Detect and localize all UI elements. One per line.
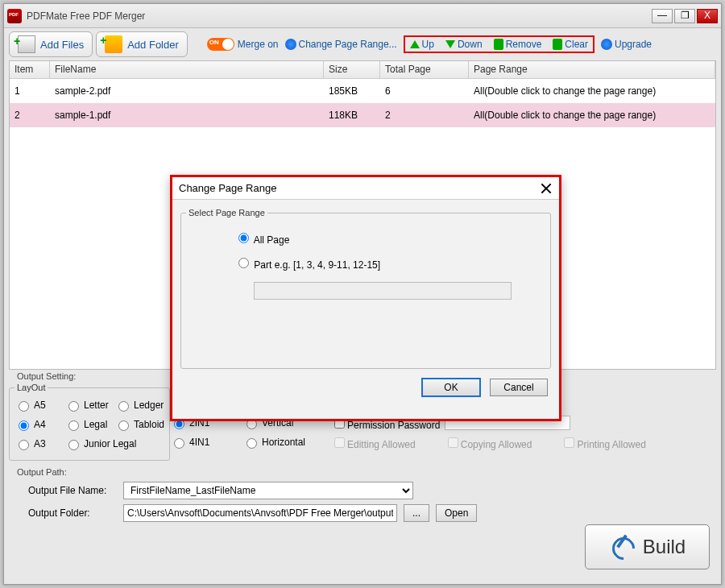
radio-a4[interactable]: A4 bbox=[14, 418, 61, 431]
layout-legend: LayOut bbox=[14, 383, 48, 392]
move-up-button[interactable]: Up bbox=[407, 39, 437, 50]
output-folder-label: Output Folder: bbox=[28, 507, 117, 519]
dialog-ok-button[interactable]: OK bbox=[422, 379, 480, 396]
check-editing: Editting Allowed bbox=[331, 435, 416, 450]
radio-letter[interactable]: Letter bbox=[64, 399, 111, 412]
add-files-label: Add Files bbox=[40, 39, 84, 51]
add-folder-button[interactable]: Add Folder bbox=[96, 31, 188, 57]
radio-all-page[interactable]: All Page bbox=[234, 230, 289, 246]
build-icon bbox=[609, 534, 635, 560]
radio-a3[interactable]: A3 bbox=[14, 437, 61, 450]
table-row[interactable]: 1 sample-2.pdf 185KB 6 All(Double click … bbox=[10, 79, 715, 103]
check-printing: Printing Allowed bbox=[561, 435, 645, 450]
radio-legal[interactable]: Legal bbox=[64, 418, 111, 431]
build-button[interactable]: Build bbox=[585, 524, 710, 569]
radio-horizontal[interactable]: Horizontal bbox=[242, 436, 305, 449]
arrow-down-icon bbox=[445, 40, 455, 48]
main-window: PDFMate Free PDF Merger — ❐ X Add Files … bbox=[3, 3, 722, 585]
wrench-icon bbox=[285, 39, 296, 50]
dialog-titlebar[interactable]: Change Page Range bbox=[172, 177, 559, 200]
add-files-icon bbox=[18, 35, 35, 53]
dialog-title: Change Page Range bbox=[179, 182, 540, 194]
dialog-cancel-button[interactable]: Cancel bbox=[490, 379, 548, 396]
upgrade-button[interactable]: Upgrade bbox=[598, 39, 655, 50]
dialog-close-button[interactable] bbox=[540, 182, 553, 195]
radio-a5[interactable]: A5 bbox=[14, 399, 61, 412]
layout-group: LayOut A5 Letter Ledger A4 Legal Tabloid… bbox=[9, 383, 170, 461]
titlebar[interactable]: PDFMate Free PDF Merger — ❐ X bbox=[4, 4, 721, 28]
app-title: PDFMate Free PDF Merger bbox=[27, 10, 650, 22]
trash-icon bbox=[553, 39, 562, 50]
check-copying: Copying Allowed bbox=[445, 435, 532, 450]
part-range-input bbox=[254, 282, 512, 300]
remove-button[interactable]: Remove bbox=[491, 39, 545, 50]
close-button[interactable]: X bbox=[697, 9, 718, 23]
output-folder-input[interactable] bbox=[123, 504, 397, 522]
merge-toggle-label: Merge on bbox=[238, 39, 279, 50]
build-label: Build bbox=[643, 536, 686, 558]
merge-toggle[interactable]: ON Merge on bbox=[207, 38, 279, 51]
table-header: Item FileName Size Total Page Page Range bbox=[10, 61, 715, 79]
highlight-box: Up Down Remove Clear bbox=[404, 35, 594, 53]
clear-button[interactable]: Clear bbox=[549, 39, 591, 50]
add-folder-icon bbox=[105, 35, 122, 53]
minimize-button[interactable]: — bbox=[652, 9, 673, 23]
output-filename-label: Output File Name: bbox=[28, 485, 117, 496]
upgrade-icon bbox=[601, 39, 612, 50]
dialog-legend: Select Page Range bbox=[186, 208, 267, 217]
table-row[interactable]: 2 sample-1.pdf 118KB 2 All(Double click … bbox=[10, 103, 715, 127]
trash-icon bbox=[494, 39, 503, 50]
radio-part[interactable]: Part e.g. [1, 3, 4, 9-11, 12-15] bbox=[234, 255, 380, 271]
radio-junior[interactable]: Junior Legal bbox=[64, 437, 153, 450]
open-folder-button[interactable]: Open bbox=[436, 504, 477, 522]
col-filename[interactable]: FileName bbox=[50, 61, 324, 78]
arrow-up-icon bbox=[410, 40, 420, 48]
change-range-label: Change Page Range... bbox=[299, 39, 397, 50]
col-pagerange[interactable]: Page Range bbox=[469, 61, 715, 78]
output-path-label: Output Path: bbox=[17, 467, 716, 477]
browse-button[interactable]: ... bbox=[404, 504, 429, 522]
col-totalpage[interactable]: Total Page bbox=[380, 61, 469, 78]
move-down-button[interactable]: Down bbox=[442, 39, 486, 50]
output-filename-select[interactable]: FirstFileName_LastFileName bbox=[123, 482, 413, 499]
radio-ledger[interactable]: Ledger bbox=[114, 399, 164, 412]
change-page-range-dialog: Change Page Range Select Page Range All … bbox=[170, 175, 561, 421]
radio-tabloid[interactable]: Tabloid bbox=[114, 418, 164, 431]
toolbar: Add Files Add Folder ON Merge on Change … bbox=[4, 28, 721, 60]
add-files-button[interactable]: Add Files bbox=[9, 31, 93, 57]
select-page-range-group: Select Page Range All Page Part e.g. [1,… bbox=[180, 208, 551, 369]
maximize-button[interactable]: ❐ bbox=[674, 9, 695, 23]
col-size[interactable]: Size bbox=[324, 61, 380, 78]
radio-4in1[interactable]: 4IN1 bbox=[170, 436, 217, 449]
toggle-on-text: ON bbox=[209, 39, 219, 46]
app-icon bbox=[7, 9, 22, 23]
add-folder-label: Add Folder bbox=[127, 39, 179, 51]
col-item[interactable]: Item bbox=[10, 61, 50, 78]
change-page-range-button[interactable]: Change Page Range... bbox=[282, 39, 400, 50]
